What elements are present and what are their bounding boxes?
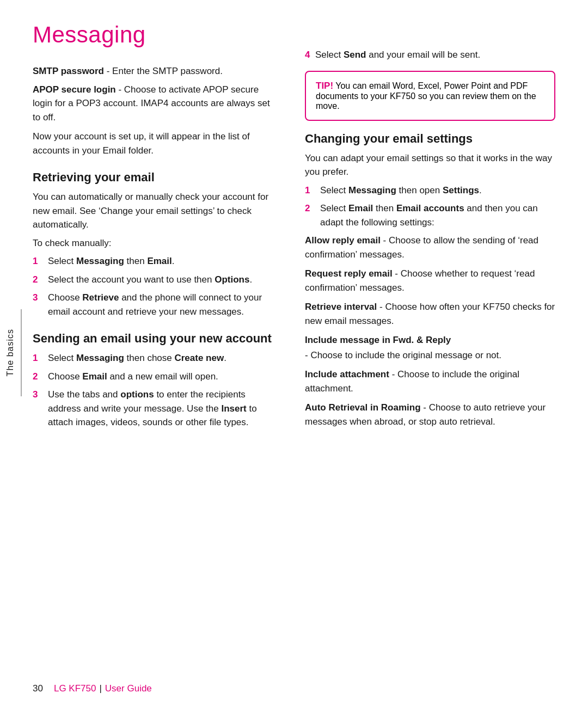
footer-brand: LG KF750|User Guide [54, 683, 152, 694]
right-column: 4 Select Send and your email will be sen… [294, 22, 555, 667]
retrieve-interval-term: Retrieve interval [305, 302, 377, 312]
retrieve-steps-list: 1 Select Messaging then Email. 2 Select … [33, 254, 278, 318]
page-title: Messaging [33, 22, 278, 48]
retrieve-interval-paragraph: Retrieve interval - Choose how often you… [305, 300, 555, 328]
include-attach-paragraph: Include attachment - Choose to include t… [305, 367, 555, 395]
changing-step-num-2: 2 [305, 201, 318, 216]
retrieve-step-2: 2 Select the account you want to use the… [33, 273, 278, 287]
send-step-3-text: Use the tabs and options to enter the re… [48, 388, 278, 430]
changing-step-1: 1 Select Messaging then open Settings. [305, 183, 555, 198]
changing-heading: Changing your email settings [305, 132, 555, 146]
retrieve-step-3: 3 Choose Retrieve and the phone will con… [33, 291, 278, 318]
retrieve-step-1: 1 Select Messaging then Email. [33, 254, 278, 268]
include-attach-term: Include attachment [305, 369, 389, 379]
sidebar-divider [21, 309, 22, 396]
step-num-1: 1 [33, 254, 46, 268]
retrieving-intro: You can automatically or manually check … [33, 190, 278, 232]
send-step-3: 3 Use the tabs and options to enter the … [33, 388, 278, 430]
step-2-text: Select the account you want to use then … [48, 273, 278, 287]
send-step-num-2: 2 [33, 370, 46, 384]
step4-paragraph: 4 Select Send and your email will be sen… [305, 48, 555, 62]
changing-step-2: 2 Select Email then Email accounts and t… [305, 201, 555, 229]
changing-step-1-text: Select Messaging then open Settings. [320, 183, 555, 198]
account-setup-text: Now your account is set up, it will appe… [33, 130, 278, 157]
send-step-2: 2 Choose Email and a new email will open… [33, 370, 278, 384]
changing-step-2-text: Select Email then Email accounts and the… [320, 201, 555, 229]
footer-guide: User Guide [105, 683, 152, 694]
include-msg-heading: Include message in Fwd. & Reply [305, 333, 555, 347]
changing-step-num-1: 1 [305, 183, 318, 198]
footer: 30 LG KF750|User Guide [0, 678, 588, 705]
changing-intro: You can adapt your email settings so tha… [305, 151, 555, 179]
allow-reply-paragraph: Allow reply email - Choose to allow the … [305, 234, 555, 261]
sidebar-label: The basics [0, 324, 21, 381]
tip-text: You can email Word, Excel, Power Point a… [316, 81, 536, 111]
send-step-1-text: Select Messaging then chose Create new. [48, 351, 278, 365]
step4-num: 4 [305, 50, 310, 60]
tip-box: TIP! You can email Word, Excel, Power Po… [305, 71, 555, 121]
step-num-3: 3 [33, 291, 46, 305]
step-3-text: Choose Retrieve and the phone will conne… [48, 291, 278, 318]
auto-retrieval-paragraph: Auto Retrieval in Roaming - Choose to au… [305, 401, 555, 428]
sending-heading: Sending an email using your new account [33, 332, 278, 346]
smtp-paragraph: SMTP password - Enter the SMTP password. [33, 64, 278, 78]
retrieving-heading: Retrieving your email [33, 170, 278, 185]
include-msg-def-text: - Choose to include the original message… [305, 350, 501, 360]
sidebar-container: The basics [0, 309, 22, 396]
send-step-num-3: 3 [33, 388, 46, 402]
apop-term: APOP secure login [33, 84, 116, 95]
smtp-def: - Enter the SMTP password. [104, 66, 223, 76]
changing-steps-list: 1 Select Messaging then open Settings. 2… [305, 183, 555, 230]
include-msg-def: - Choose to include the original message… [305, 348, 555, 363]
send-steps-list: 1 Select Messaging then chose Create new… [33, 351, 278, 430]
left-column: Messaging SMTP password - Enter the SMTP… [33, 22, 294, 667]
page: Messaging SMTP password - Enter the SMTP… [0, 0, 588, 705]
smtp-term: SMTP password [33, 66, 104, 76]
auto-retrieval-term: Auto Retrieval in Roaming [305, 402, 421, 413]
send-step-2-text: Choose Email and a new email will open. [48, 370, 278, 384]
allow-reply-term: Allow reply email [305, 235, 381, 246]
send-step-num-1: 1 [33, 351, 46, 365]
request-reply-paragraph: Request reply email - Choose whether to … [305, 267, 555, 295]
page-number: 30 [33, 683, 43, 694]
step-num-2: 2 [33, 273, 46, 287]
check-manually: To check manually: [33, 236, 278, 250]
send-step-1: 1 Select Messaging then chose Create new… [33, 351, 278, 365]
brand-name: LG KF750 [54, 683, 96, 694]
request-reply-term: Request reply email [305, 268, 393, 279]
step-1-text: Select Messaging then Email. [48, 254, 278, 268]
footer-sep: | [99, 683, 101, 694]
tip-label: TIP! [316, 81, 333, 91]
apop-paragraph: APOP secure login - Choose to activate A… [33, 83, 278, 125]
